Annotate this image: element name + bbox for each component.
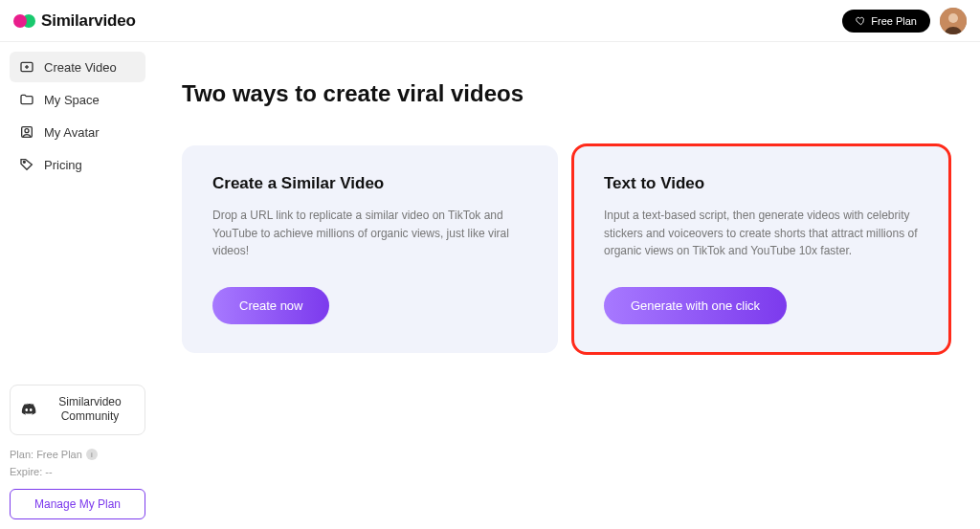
sidebar-item-my-avatar[interactable]: My Avatar [10,117,145,147]
card-text-to-video: Text to Video Input a text-based script,… [573,145,949,353]
plan-label: Plan: Free Plan i [10,449,145,460]
community-label: Similarvideo Community [45,395,135,425]
brand-name: Similarvideo [41,11,136,31]
expire-label: Expire: -- [10,466,145,477]
card-desc: Drop a URL link to replicate a similar v… [212,207,527,260]
manage-plan-button[interactable]: Manage My Plan [10,489,145,519]
free-plan-label: Free Plan [871,15,917,27]
svg-point-6 [25,129,29,133]
card-similar-video: Create a Similar Video Drop a URL link t… [182,145,558,353]
info-icon[interactable]: i [86,449,98,460]
sidebar-item-create-video[interactable]: Create Video [10,52,145,82]
svg-point-1 [948,13,958,23]
card-title: Create a Similar Video [212,174,527,193]
sidebar: Create Video My Space My Avatar Pricing … [0,42,151,529]
logo-area[interactable]: Similarvideo [13,11,136,31]
page-title: Two ways to create viral videos [182,80,949,107]
sidebar-item-pricing[interactable]: Pricing [10,149,145,180]
avatar-icon [19,124,34,140]
card-title: Text to Video [604,174,919,193]
header-right: Free Plan [842,8,967,34]
sidebar-item-label: Create Video [44,60,117,75]
svg-point-7 [23,161,25,163]
heart-icon [856,15,866,26]
sidebar-item-label: My Space [44,93,100,107]
cards-row: Create a Similar Video Drop a URL link t… [182,145,949,353]
logo-icon [13,14,35,28]
generate-one-click-button[interactable]: Generate with one click [604,287,787,324]
avatar[interactable] [940,8,967,34]
community-link[interactable]: Similarvideo Community [10,385,145,435]
create-now-button[interactable]: Create now [212,287,329,324]
card-desc: Input a text-based script, then generate… [604,207,919,260]
folder-icon [19,92,34,107]
sidebar-item-label: My Avatar [44,125,100,140]
tag-icon [19,157,34,172]
sidebar-item-my-space[interactable]: My Space [10,84,145,115]
sidebar-item-label: Pricing [44,158,82,172]
top-header: Similarvideo Free Plan [0,0,980,42]
video-plus-icon [19,59,34,75]
main-content: Two ways to create viral videos Create a… [151,42,980,529]
discord-icon [20,403,37,416]
free-plan-button[interactable]: Free Plan [842,10,930,33]
